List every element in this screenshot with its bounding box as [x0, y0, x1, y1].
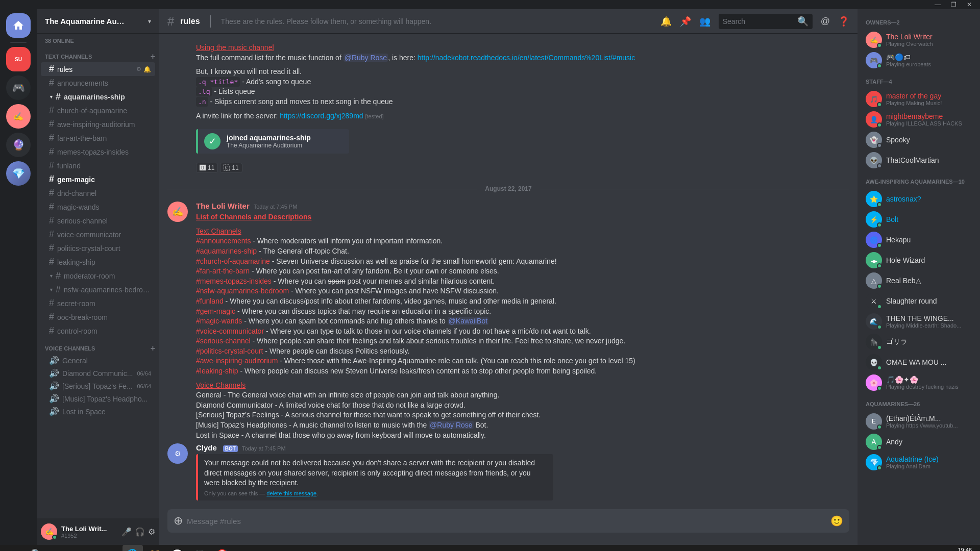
taskbar-explorer[interactable]: 📁: [145, 545, 165, 551]
headphones-icon[interactable]: 🎧: [135, 527, 145, 537]
member-thatcoolmartian[interactable]: 👽 ThatCoolMartian: [862, 150, 976, 170]
channel-item-leaking-ship[interactable]: # leaking-ship: [41, 255, 155, 269]
maximize-button[interactable]: ❐: [948, 0, 960, 9]
member-andy[interactable]: A Andy: [862, 432, 976, 452]
message-avatar[interactable]: ✍: [167, 202, 188, 222]
clyde-author[interactable]: Clyde: [196, 443, 217, 452]
member-hole-wizard[interactable]: 🕳 Hole Wizard: [862, 250, 976, 270]
minimize-button[interactable]: —: [932, 0, 944, 9]
ch-link-leaking[interactable]: #leaking-ship: [196, 367, 238, 375]
music-docs-link[interactable]: http://nadekobot.readthedocs.io/en/lates…: [418, 54, 635, 62]
reaction-o[interactable]: 🅾 11: [196, 163, 218, 173]
server-icon-home[interactable]: [6, 13, 31, 38]
ch-link-church[interactable]: #church-of-aquamarine: [196, 257, 270, 265]
channel-item-serious-channel[interactable]: # serious-channel: [41, 214, 155, 228]
ch-link-memes[interactable]: #memes-topazs-insides: [196, 277, 272, 285]
add-attachment-icon[interactable]: ⊕: [174, 509, 187, 533]
voice-channel-music[interactable]: 🔊 [Music] Topaz's Headpho...: [41, 392, 155, 405]
channel-item-voice-communicator[interactable]: # voice-communicator: [41, 228, 155, 241]
member-ethan[interactable]: E (Ethan)ÉtÂm.M... Playing https://www.y…: [862, 411, 976, 432]
channel-item-dnd-channel[interactable]: # dnd-channel: [41, 186, 155, 200]
member-mightbemaybeme[interactable]: 👤 mightbemaybeme Playing ILLEGAL ASS HAC…: [862, 109, 976, 130]
taskbar-discord[interactable]: 💬: [167, 545, 188, 551]
server-icon-4[interactable]: 🔮: [6, 133, 31, 157]
server-icon-3[interactable]: ✍: [6, 104, 31, 129]
voice-channel-general[interactable]: 🔊 General: [41, 354, 155, 367]
channel-item-announcements[interactable]: # announcements: [41, 76, 155, 90]
member-bolt[interactable]: ⚡ Bolt: [862, 209, 976, 230]
channel-item-nsfw[interactable]: ▼ # nsfw-aquamarines-bedroo...: [41, 283, 155, 296]
channel-item-memes-topazs-insides[interactable]: # memes-topazs-insides: [41, 145, 155, 159]
server-icon-1[interactable]: SU: [6, 47, 31, 71]
taskbar-game2[interactable]: 🎯: [212, 545, 233, 551]
microphone-icon[interactable]: 🎤: [121, 527, 132, 537]
delete-message-link[interactable]: delete this message: [266, 490, 316, 496]
voice-channels-header[interactable]: VOICE CHANNELS +: [37, 342, 159, 354]
server-icon-2[interactable]: 🎮: [6, 76, 31, 100]
voice-channels-title[interactable]: Voice Channels: [196, 381, 246, 389]
taskbar-chrome[interactable]: 🌐: [122, 545, 143, 551]
text-channels-header[interactable]: TEXT CHANNELS +: [37, 50, 159, 62]
member-real-beb[interactable]: △ Real Beb△: [862, 270, 976, 291]
member-owner2[interactable]: 🎮 🎮🔵🏷 Playing eurobeats: [862, 50, 976, 70]
invite-link[interactable]: https://discord.gg/xj289md: [280, 112, 363, 120]
voice-channel-lost[interactable]: 🔊 Lost in Space: [41, 405, 155, 418]
channel-item-gem-magic[interactable]: # gem-magic: [41, 172, 155, 186]
music-channel-link[interactable]: Using the music channel: [196, 43, 274, 52]
member-master-of-the-gay[interactable]: 🎵 master of the gay Playing Making Music…: [862, 89, 976, 109]
server-icon-5[interactable]: 💎: [6, 161, 31, 186]
message-input[interactable]: [187, 511, 826, 531]
taskbar-task-view[interactable]: ⧉: [100, 545, 120, 551]
ch-link-voice-comm[interactable]: #voice-communicator: [196, 327, 264, 335]
taskbar-search[interactable]: 🔍 Search Windows: [27, 545, 98, 551]
channel-list-link[interactable]: List of Channels and Descriptions: [196, 213, 311, 221]
ch-link-serious[interactable]: #serious-channel: [196, 337, 251, 345]
member-slaughter-round[interactable]: ⚔ Slaughter round: [862, 291, 976, 311]
text-channels-header[interactable]: Text Channels: [196, 227, 241, 235]
channel-item-ooc-break-room[interactable]: # ooc-break-room: [41, 310, 155, 324]
channel-item-moderator-room[interactable]: ▼ # moderator-room: [41, 269, 155, 283]
ch-link-nsfw[interactable]: #nsfw-aquamarines-bedroom: [196, 287, 289, 295]
member-gorilla[interactable]: 🦍 ゴリラ: [862, 332, 976, 352]
notification-icon[interactable]: 🔔: [143, 66, 151, 73]
ch-link-aquamarines-ship[interactable]: #aquamarines-ship: [196, 247, 257, 255]
settings-icon[interactable]: ⚙: [136, 66, 141, 73]
member-astrosnax[interactable]: ⭐ astrosnax?: [862, 189, 976, 209]
start-button[interactable]: ⊞: [4, 545, 24, 551]
channel-item-funland[interactable]: # funland: [41, 159, 155, 172]
user-avatar[interactable]: ✍: [41, 523, 57, 540]
member-loli-writer[interactable]: ✍ The Loli Writer Playing Overwatch: [862, 30, 976, 50]
channel-item-awe-inspiring-auditorium[interactable]: # awe-inspiring-auditorium: [41, 117, 155, 131]
members-icon[interactable]: 👥: [699, 16, 710, 27]
messages-area[interactable]: Using the music channel The full command…: [159, 34, 857, 509]
add-channel-icon[interactable]: +: [151, 52, 155, 61]
channel-item-secret-room[interactable]: # secret-room: [41, 296, 155, 310]
member-hekapu[interactable]: 🌀 Hekapu: [862, 230, 976, 250]
channel-item-politics-crystal-court[interactable]: # politics-crystal-court: [41, 241, 155, 255]
voice-channel-serious[interactable]: 🔊 [Serious] Topaz's Fe... 06/64: [41, 380, 155, 392]
settings-icon[interactable]: ⚙: [148, 527, 155, 537]
ch-link-politics[interactable]: #politics-crystal-court: [196, 347, 263, 355]
channel-item-rules[interactable]: # rules ⚙ 🔔: [41, 62, 155, 76]
channel-item-fan-art-the-barn[interactable]: # fan-art-the-barn: [41, 131, 155, 145]
ch-link-fan-art[interactable]: #fan-art-the-barn: [196, 267, 250, 275]
ch-link-awe[interactable]: #awe-inspiring-auditorium: [196, 357, 278, 365]
member-spooky[interactable]: 👻 Spooky: [862, 130, 976, 150]
clock[interactable]: 19:46 22/08/2017: [944, 546, 972, 551]
member-sakura[interactable]: 🌸 🎵🌸✦🌸 Playing destroy fucking nazis: [862, 372, 976, 393]
voice-channel-diamond[interactable]: 🔊 Diamond Communic... 06/64: [41, 367, 155, 380]
channel-item-control-room[interactable]: # control-room: [41, 324, 155, 338]
add-voice-channel-icon[interactable]: +: [151, 344, 155, 353]
emoji-picker-icon[interactable]: 🙂: [826, 515, 843, 527]
close-button[interactable]: ✕: [964, 0, 975, 9]
clyde-avatar[interactable]: ⚙: [167, 443, 188, 464]
server-header[interactable]: The Aquamarine Auditori... ▾: [37, 9, 159, 34]
member-omae-wa-mou[interactable]: 💀 OMAE WA MOU ...: [862, 352, 976, 372]
member-aqualatrine[interactable]: 💎 Aqualatrine (Ice) Playing Anal Dam: [862, 452, 976, 472]
bell-icon[interactable]: 🔔: [660, 16, 672, 27]
reaction-k[interactable]: 🇰 11: [220, 163, 242, 173]
search-input[interactable]: [723, 17, 794, 26]
search-box[interactable]: 🔍: [719, 14, 813, 29]
ch-link-gem-magic[interactable]: #gem-magic: [196, 307, 235, 315]
channel-item-church-of-aquamarine[interactable]: # church-of-aquamarine: [41, 104, 155, 117]
